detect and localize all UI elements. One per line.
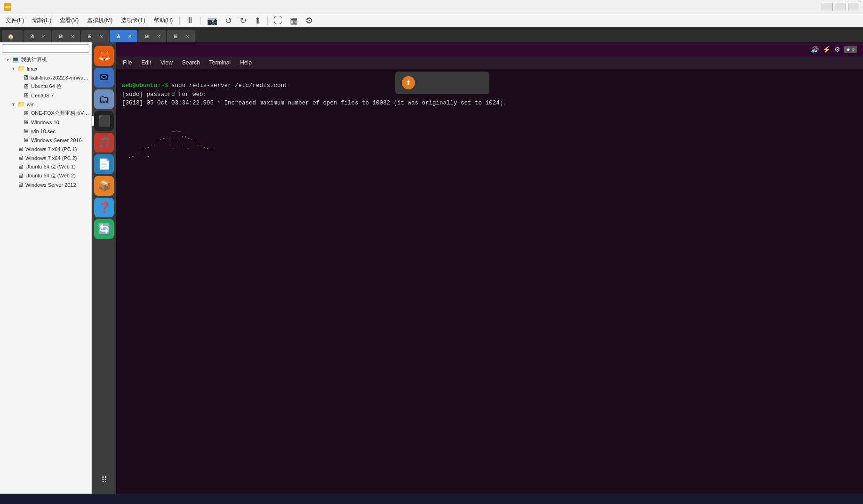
menu-tab[interactable]: 选项卡(T) (117, 15, 149, 26)
search-input[interactable] (2, 44, 89, 53)
tab-winserver2012[interactable]: 🖥 ✕ (167, 30, 195, 42)
gnome-rhythmbox[interactable]: 🎵 (94, 133, 114, 152)
session-buttons[interactable]: ● ○ (844, 46, 857, 53)
term-menu-edit[interactable]: Edit (138, 58, 154, 67)
tree-my-computer[interactable]: ▼ 💻 我的计算机 (0, 55, 91, 64)
tab-kali[interactable]: 🖥 ✕ (24, 30, 51, 42)
tree-winserver2016[interactable]: 🖥 Windows Server 2016 (0, 136, 91, 144)
ubuntu-topbar: 🔊 ⚡ ⚙ ● ○ (116, 42, 863, 56)
snapshot-button[interactable]: 📷 (204, 14, 221, 27)
notification-icon: ⬆ (402, 76, 415, 89)
tree-label-winserver2012-sidebar: Windows Server 2012 (25, 182, 76, 188)
tree-win10[interactable]: 🖥 Windows 10 (0, 118, 91, 127)
tree-label-onefox: ONE-FOX公开重构版V2.0 (31, 110, 89, 117)
menu-separator-3 (267, 16, 268, 25)
tree-label-win7pc1-sidebar: Windows 7 x64 (PC 1) (25, 146, 77, 152)
tab-ubuntu-web2[interactable]: 🖥 ✕ (138, 30, 166, 42)
vm-win10sec-icon: 🖥 (23, 128, 29, 135)
win7pc2-icon: 🖥 (87, 33, 92, 39)
tree-winserver2012[interactable]: 🖥 Windows Server 2012 (0, 180, 91, 189)
term-menu-terminal[interactable]: Terminal (207, 58, 233, 67)
home-icon: 🏠 (8, 33, 14, 40)
vm-centos7-icon: 🖥 (23, 92, 29, 99)
tab-kali-close[interactable]: ✕ (42, 34, 46, 39)
tree-kali-vm[interactable]: 🖥 kali-linux-2022.3-vmware-a... (0, 73, 91, 82)
vm-win10-icon: 🖥 (23, 119, 29, 126)
tab-win7pc2-close[interactable]: ✕ (99, 34, 103, 39)
close-button[interactable] (848, 3, 859, 11)
window-controls[interactable] (822, 3, 859, 11)
tab-win7pc1[interactable]: 🖥 ✕ (52, 30, 80, 42)
fullscreen-button[interactable]: ⛶ (271, 14, 286, 27)
tab-ubuntu-web1-close[interactable]: ✕ (128, 34, 132, 39)
settings-topbar-icon[interactable]: ⚙ (834, 46, 840, 53)
vm-sidebar: ▼ 💻 我的计算机 ▼ 📁 linux 🖥 kali-linux-2022.3-… (0, 42, 92, 494)
tree-label-win7pc2-sidebar: Windows 7 x64 (PC 2) (25, 155, 77, 161)
tree-label-win10: Windows 10 (31, 120, 59, 125)
sudo-password-line: [sudo] password for web: (122, 91, 210, 98)
menu-help[interactable]: 帮助(H) (150, 15, 177, 26)
gnome-terminal[interactable]: ⬛ (94, 111, 114, 131)
menu-edit[interactable]: 编辑(E) (29, 15, 55, 26)
tree-label-win10sec: win 10 sec (31, 128, 56, 134)
tab-home[interactable]: 🏠 (2, 30, 23, 42)
up-button[interactable]: ⬆ (251, 14, 264, 27)
ubuntu-web1-icon: 🖥 (115, 33, 120, 39)
term-menu-help[interactable]: Help (237, 58, 255, 67)
menu-vm[interactable]: 虚拟机(M) (83, 15, 116, 26)
tree-centos7[interactable]: 🖥 CentOS 7 (0, 91, 91, 100)
ubuntu-terminal-window: 🔊 ⚡ ⚙ ● ○ ⬆ File Edit View Search (116, 42, 863, 494)
tree-win7pc1[interactable]: 🖥 Windows 7 x64 (PC 1) (0, 144, 91, 153)
winserver2012-icon: 🖥 (173, 33, 178, 39)
tab-winserver2012-close[interactable]: ✕ (185, 34, 189, 39)
term-menu-search[interactable]: Search (179, 58, 203, 67)
maximize-button[interactable] (835, 3, 846, 11)
tree-ubuntu-web1[interactable]: 🖥 Ubuntu 64 位 (Web 1) (0, 162, 91, 171)
menu-file[interactable]: 文件(F) (2, 15, 28, 26)
tab-win7pc1-close[interactable]: ✕ (71, 34, 74, 39)
back-button[interactable]: ↺ (222, 14, 235, 27)
tree-ubuntu-web2[interactable]: 🖥 Ubuntu 64 位 (Web 2) (0, 171, 91, 180)
tree-onefox[interactable]: 🖥 ONE-FOX公开重构版V2.0 (0, 109, 91, 118)
menu-view[interactable]: 查看(V) (56, 15, 82, 26)
tree-win-group[interactable]: ▼ 📁 win (0, 100, 91, 109)
tab-ubuntu-web1[interactable]: 🖥 ✕ (110, 30, 137, 42)
terminal-output[interactable]: web@ubuntu:~$ sudo redis-server /etc/red… (116, 69, 863, 494)
output-line-1: [3613] 05 Oct 03:34:22.995 * Increased m… (122, 100, 507, 106)
forward-button[interactable]: ↻ (236, 14, 250, 27)
minimize-button[interactable] (822, 3, 833, 11)
tree-linux-group[interactable]: ▼ 📁 linux (0, 64, 91, 73)
sidebar-search-container[interactable] (0, 42, 91, 55)
tree-ubuntu64[interactable]: 🖥 Ubuntu 64 位 (0, 82, 91, 91)
tab-ubuntu-web2-close[interactable]: ✕ (157, 34, 160, 39)
tree-arrow-linux: ▼ (11, 66, 16, 71)
gnome-archive[interactable]: 📦 (94, 176, 114, 196)
console-button[interactable]: ▦ (287, 14, 301, 27)
tree-label-computer: 我的计算机 (21, 56, 47, 63)
power-icon[interactable]: ⚡ (823, 46, 831, 53)
gnome-files[interactable]: 🗂 (94, 89, 114, 109)
gnome-updater[interactable]: 🔄 (94, 219, 114, 239)
tree-label-ubuntu64: Ubuntu 64 位 (31, 83, 62, 90)
volume-icon[interactable]: 🔊 (811, 46, 819, 53)
redis-art-1: _._ _.-``__ ''-._ _.-`` `. `_. ''-._ .-`… (122, 127, 212, 159)
term-menu-file[interactable]: File (120, 58, 135, 67)
term-menu-view[interactable]: View (158, 58, 176, 67)
vm-kali-icon: 🖥 (23, 74, 29, 81)
tree-label-win: win (27, 102, 35, 107)
tree-win7pc2[interactable]: 🖥 Windows 7 x64 (PC 2) (0, 153, 91, 162)
gnome-help[interactable]: ❓ (94, 198, 114, 217)
gnome-firefox[interactable]: 🦊 (94, 46, 114, 66)
gnome-grid[interactable]: ⠿ (94, 470, 114, 490)
tab-win7pc2[interactable]: 🖥 ✕ (81, 30, 109, 42)
vm-win7pc2-icon: 🖥 (17, 154, 24, 161)
computer-icon: 💻 (12, 56, 19, 63)
pause-button[interactable]: ⏸ (183, 14, 198, 27)
ubuntu-topbar-right: 🔊 ⚡ ⚙ ● ○ (811, 46, 857, 53)
tree-label-linux: linux (27, 66, 38, 72)
gnome-thunderbird[interactable]: ✉ (94, 68, 114, 88)
tree-win10sec[interactable]: 🖥 win 10 sec (0, 127, 91, 136)
gnome-writer[interactable]: 📄 (94, 154, 114, 174)
settings-button[interactable]: ⚙ (302, 14, 316, 27)
gnome-sidebar: 🦊 ✉ 🗂 ⬛ 🎵 📄 📦 ❓ 🔄 ⠿ (92, 42, 116, 494)
